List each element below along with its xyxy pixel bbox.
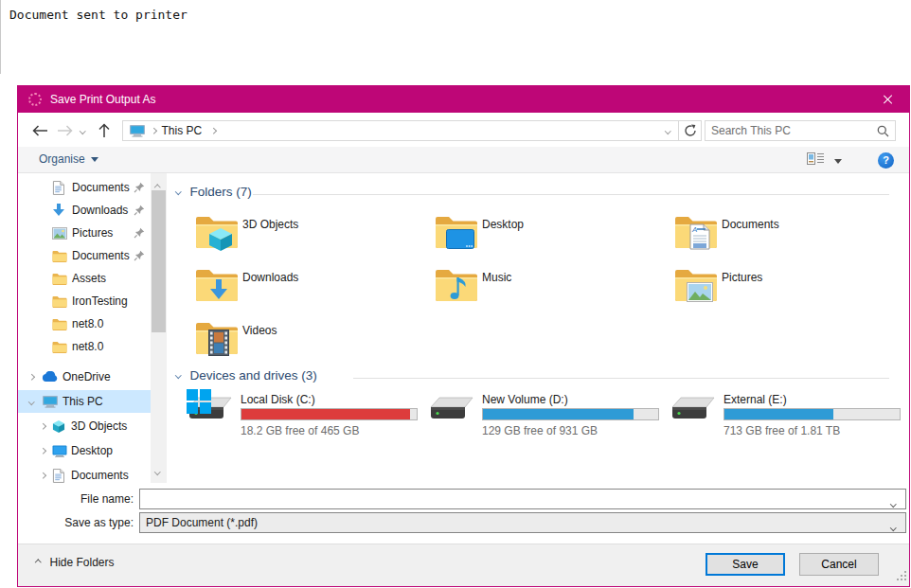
sidebar-item-documents[interactable]: Documents <box>18 244 151 267</box>
breadcrumb-chevron-icon[interactable] <box>210 128 216 134</box>
sidebar-item-documents[interactable]: Documents <box>18 464 151 483</box>
breadcrumb-root[interactable] <box>123 124 160 137</box>
sidebar-item-onedrive[interactable]: OneDrive <box>18 365 151 388</box>
help-button[interactable] <box>878 152 894 169</box>
sidebar-item-label: IronTesting <box>72 294 128 308</box>
navigation-sidebar: DocumentsDownloadsPicturesDocumentsAsset… <box>18 173 168 483</box>
expander-right-icon[interactable] <box>37 449 48 454</box>
picture-icon <box>52 227 67 240</box>
folder-tile-downloads[interactable]: Downloads <box>195 267 422 316</box>
drive-tile-c[interactable]: Local Disk (C:)18.2 GB free of 465 GB <box>188 393 425 440</box>
view-mode-button[interactable] <box>807 151 825 169</box>
forward-arrow-icon <box>57 125 73 136</box>
chevron-down-icon <box>91 157 98 162</box>
file-name-dropdown-icon[interactable] <box>891 495 896 508</box>
expander-down-icon[interactable] <box>26 400 37 404</box>
navigation-bar: This PC <box>18 113 909 147</box>
save-as-type-value: PDF Document (*.pdf) <box>146 516 258 529</box>
sidebar-item-assets[interactable]: Assets <box>18 267 151 290</box>
drive-free-space: 713 GB free of 1.81 TB <box>723 424 840 437</box>
folder-tile-videos[interactable]: Videos <box>195 320 422 369</box>
breadcrumb-chevron-icon <box>151 128 156 134</box>
search-box[interactable] <box>705 120 896 141</box>
folder-tile-3d[interactable]: 3D Objects <box>195 214 422 263</box>
sidebar-item-label: Documents <box>71 469 129 482</box>
save-as-type-dropdown-icon[interactable] <box>891 519 896 532</box>
hide-folders-button[interactable]: Hide Folders <box>36 556 115 569</box>
desktop-icon <box>52 445 67 457</box>
sidebar-scrollbar[interactable] <box>151 173 167 483</box>
address-bar[interactable]: This PC <box>122 120 702 141</box>
save-as-type-select[interactable]: PDF Document (*.pdf) <box>139 512 906 533</box>
expander-right-icon[interactable] <box>26 375 37 380</box>
document-icon <box>52 181 64 195</box>
dialog-title: Save Print Output As <box>50 93 155 106</box>
cloud-icon <box>42 371 59 383</box>
refresh-button[interactable] <box>678 121 701 140</box>
drive-tile-e[interactable]: External (E:)713 GB free of 1.81 TB <box>671 393 908 440</box>
document-icon <box>52 469 64 483</box>
sidebar-item-documents[interactable]: Documents <box>18 176 151 199</box>
expander-right-icon[interactable] <box>37 473 48 478</box>
back-button[interactable] <box>29 120 50 141</box>
pin-icon <box>134 250 145 264</box>
folder-icon <box>435 214 478 252</box>
organise-label: Organise <box>39 152 85 166</box>
drive-usage-bar <box>723 408 901 420</box>
folder-tile-label: Music <box>482 271 511 284</box>
folder-icon <box>195 320 239 358</box>
resize-grip[interactable] <box>897 571 907 584</box>
save-button[interactable]: Save <box>706 553 785 576</box>
group-header-folders[interactable]: Folders (7) <box>176 185 252 199</box>
sidebar-item-pictures[interactable]: Pictures <box>18 222 151 244</box>
downloads-overlay-icon <box>207 278 230 306</box>
drive-usage-bar <box>241 408 418 420</box>
folder-icon <box>52 295 67 308</box>
back-arrow-icon <box>32 125 48 136</box>
search-icon[interactable] <box>877 125 889 140</box>
folder-tile-documents[interactable]: ADocuments <box>674 214 902 263</box>
dialog-titlebar[interactable]: Save Print Output As <box>18 85 909 113</box>
search-input[interactable] <box>711 121 872 140</box>
scroll-down-icon[interactable] <box>155 463 160 476</box>
desktop-overlay-icon <box>446 229 474 252</box>
folder-tile-desktop[interactable]: Desktop <box>435 214 662 263</box>
folder-icon: A <box>674 214 718 252</box>
sidebar-item-label: Pictures <box>72 226 113 240</box>
folder-icon <box>52 250 67 262</box>
sidebar-item-3d-objects[interactable]: 3D Objects <box>18 415 151 437</box>
breadcrumb-location[interactable]: This PC <box>160 124 205 137</box>
sidebar-item-net8.0[interactable]: net8.0 <box>18 335 151 358</box>
sidebar-item-downloads[interactable]: Downloads <box>18 199 151 222</box>
group-divider <box>253 194 889 195</box>
sidebar-item-desktop[interactable]: Desktop <box>18 439 151 462</box>
drive-tile-d[interactable]: New Volume (D:)129 GB free of 931 GB <box>430 393 667 440</box>
organise-button[interactable]: Organise <box>39 152 98 166</box>
save-as-type-label: Save as type: <box>22 516 134 529</box>
drive-free-space: 18.2 GB free of 465 GB <box>241 424 359 437</box>
recent-locations-button[interactable] <box>75 120 90 141</box>
up-button[interactable] <box>94 120 115 141</box>
sidebar-item-net8.0[interactable]: net8.0 <box>18 312 151 335</box>
close-button[interactable] <box>866 85 909 113</box>
expander-right-icon[interactable] <box>37 424 48 429</box>
file-list-pane: Folders (7) 3D ObjectsDesktopADocumentsD… <box>171 173 908 483</box>
this-pc-icon <box>129 124 146 137</box>
folder-tile-music[interactable]: Music <box>435 267 662 316</box>
pin-icon <box>134 227 145 241</box>
forward-button[interactable] <box>54 120 75 141</box>
address-dropdown-button[interactable] <box>657 121 678 140</box>
sidebar-item-this-pc[interactable]: This PC <box>18 390 151 413</box>
cancel-button[interactable]: Cancel <box>799 553 879 576</box>
folder-tile-pictures[interactable]: Pictures <box>674 267 902 316</box>
sidebar-item-irontesting[interactable]: IronTesting <box>18 290 151 312</box>
save-print-output-dialog: Save Print Output As This PC <box>17 85 910 587</box>
group-header-drives[interactable]: Devices and drives (3) <box>176 368 317 383</box>
view-mode-dropdown[interactable] <box>834 153 842 167</box>
sidebar-item-label: OneDrive <box>63 370 111 383</box>
scrollbar-thumb[interactable] <box>152 190 166 332</box>
file-name-input[interactable] <box>139 489 906 509</box>
folder-tile-label: Documents <box>722 218 779 231</box>
folder-icon <box>195 214 239 252</box>
hide-folders-label: Hide Folders <box>50 556 115 569</box>
